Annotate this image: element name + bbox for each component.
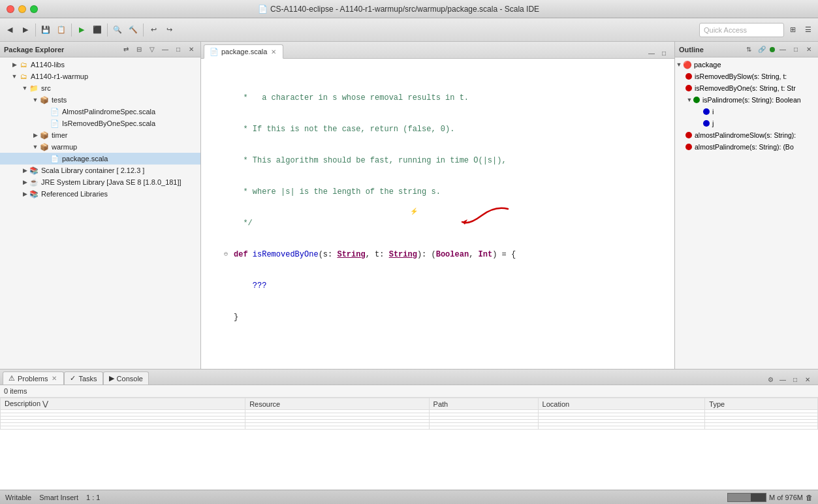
outline-minimize-btn[interactable]: —	[778, 44, 788, 55]
package-explorer-title: Package Explorer	[4, 46, 118, 54]
tab-icon: 📄	[210, 48, 219, 56]
bottom-close-btn[interactable]: ✕	[802, 374, 813, 385]
toolbar-open-btn[interactable]: ▶	[18, 22, 33, 38]
tree-item-warmup[interactable]: ▼ 📦 warmup	[0, 141, 200, 153]
var-dot	[703, 120, 710, 127]
bottom-minimize-btn[interactable]: —	[778, 374, 788, 385]
tab-tasks[interactable]: ✓ Tasks	[64, 371, 102, 385]
col-description[interactable]: Description ⋁	[1, 398, 245, 410]
editor-content[interactable]: * a character in s whose removal results…	[201, 59, 674, 369]
arrow-icon: ▶	[21, 179, 29, 185]
arrow-icon: ▼	[21, 85, 29, 91]
tab-console[interactable]: ▶ Console	[103, 371, 149, 385]
arrow-icon: ▼	[31, 144, 39, 150]
problems-table: Description ⋁ Resource Path Location Typ…	[0, 398, 818, 430]
outline-item-j[interactable]: j	[675, 118, 818, 129]
tree-item-scala-lib[interactable]: ▶ 📚 Scala Library container [ 2.12.3 ]	[0, 165, 200, 176]
editor-maximize-btn[interactable]: □	[659, 48, 669, 58]
maximize-button[interactable]	[30, 5, 38, 13]
tab-close-btn[interactable]: ✕	[270, 48, 277, 55]
editor-minimize-btn[interactable]: —	[646, 48, 657, 58]
col-type[interactable]: Type	[705, 398, 818, 410]
toolbar-debug-btn[interactable]: ⬛	[90, 22, 104, 38]
close-button[interactable]	[7, 5, 14, 13]
outline-sort-btn[interactable]: ⇅	[744, 44, 754, 55]
outline-item-package[interactable]: ▼ 🔴 package	[675, 59, 818, 71]
tree-item-timer[interactable]: ▶ 📦 timer	[0, 129, 200, 141]
outline-link-btn[interactable]: 🔗	[757, 44, 767, 55]
table-row	[1, 426, 818, 430]
status-memory[interactable]: M of 976M 🗑	[727, 493, 813, 502]
tree-item-src[interactable]: ▼ 📁 src	[0, 82, 200, 94]
outline-panel: Outline ⇅ 🔗 — □ ✕ ▼ 🔴 package isRemovedB…	[674, 42, 818, 369]
bottom-toolbar-btn[interactable]: ⚙	[765, 374, 776, 385]
toolbar-save-all-btn[interactable]: 📋	[54, 22, 69, 38]
item-label: tests	[52, 96, 67, 104]
problems-count: 0 items	[0, 385, 818, 398]
problems-icon: ⚠	[8, 374, 15, 383]
outline-close-btn[interactable]: ✕	[804, 44, 814, 55]
outline-item-i[interactable]: i	[675, 106, 818, 118]
outline-item-almost[interactable]: almostPalindrome(s: String): (Bo	[675, 141, 818, 153]
lib-icon: 📚	[29, 165, 39, 176]
tree-item-tests[interactable]: ▼ 📦 tests	[0, 94, 200, 106]
toolbar-view-btn[interactable]: ☰	[801, 22, 815, 38]
toolbar-search-btn[interactable]: 🔍	[110, 22, 125, 38]
window-controls	[7, 5, 38, 13]
toolbar-redo-btn[interactable]: ↪	[162, 22, 176, 38]
toolbar-perspective-btn[interactable]: ⊞	[785, 22, 800, 38]
toolbar-undo-btn[interactable]: ↩	[146, 22, 161, 38]
bottom-maximize-btn[interactable]: □	[790, 374, 800, 385]
outline-item-isremovedby[interactable]: isRemovedByOne(s: String, t: Str	[675, 82, 818, 94]
outline-item-ispalindrome[interactable]: ▼ isPalindrome(s: String): Boolean	[675, 94, 818, 106]
bottom-content: Description ⋁ Resource Path Location Typ…	[0, 398, 818, 490]
tree-item-jre-lib[interactable]: ▶ ☕ JRE System Library [Java SE 8 [1.8.0…	[0, 176, 200, 188]
item-label: package.scala	[62, 155, 108, 163]
method-dot	[685, 132, 692, 138]
quick-access-box[interactable]: Quick Access	[699, 23, 784, 37]
tree-item-package-scala[interactable]: 📄 package.scala	[0, 153, 200, 165]
arrow-icon: ▶	[21, 167, 29, 174]
toolbar: ◀ ▶ 💾 📋 ▶ ⬛ 🔍 🔨 ↩ ↪ Quick Access ⊞ ☰	[0, 18, 818, 42]
tree-item-a1140-libs[interactable]: ▶ 🗂 A1140-libs	[0, 59, 200, 71]
code-line: * If this is not the case, return (false…	[201, 124, 674, 134]
package-explorer-maximize-btn[interactable]: □	[173, 44, 183, 55]
col-path[interactable]: Path	[429, 398, 538, 410]
tree-item-is-removed-spec[interactable]: 📄 IsRemovedByOneSpec.scala	[0, 118, 200, 129]
tree-item-ref-libs[interactable]: ▶ 📚 Referenced Libraries	[0, 188, 200, 200]
toolbar-new-btn[interactable]: ◀	[3, 22, 17, 38]
package-explorer-collapse-btn[interactable]: ⊟	[134, 44, 144, 55]
outline-maximize-btn[interactable]: □	[791, 44, 801, 55]
code-area: * a character in s whose removal results…	[201, 59, 674, 369]
outline-item-isremovedbyslow[interactable]: isRemovedBySlow(s: String, t:	[675, 71, 818, 82]
fold-icon[interactable]: ⊖	[221, 249, 231, 260]
tab-label: Problems	[18, 375, 48, 383]
minimize-button[interactable]	[18, 5, 26, 13]
package-explorer-menu-btn[interactable]: ▽	[147, 44, 157, 55]
method-dot	[693, 97, 700, 103]
jre-icon: ☕	[29, 177, 39, 187]
toolbar-run-btn[interactable]: ▶	[74, 22, 89, 38]
toolbar-build-btn[interactable]: 🔨	[126, 22, 140, 38]
item-label: timer	[52, 131, 67, 139]
tab-label: package.scala	[221, 48, 267, 55]
tree-item-a1140-r1-warmup[interactable]: ▼ 🗂 A1140-r1-warmup	[0, 71, 200, 82]
gc-icon[interactable]: 🗑	[806, 494, 813, 501]
tab-problems[interactable]: ⚠ Problems ✕	[3, 371, 64, 385]
package-explorer-close-btn[interactable]: ✕	[186, 44, 197, 55]
main-layout: Package Explorer ⇄ ⊟ ▽ — □ ✕ ▶ 🗂 A1140-l…	[0, 42, 818, 369]
package-explorer-sync-btn[interactable]: ⇄	[121, 44, 131, 55]
folder-icon: 📦	[39, 95, 50, 105]
tree-item-almost-palindrome-spec[interactable]: 📄 AlmostPalindromeSpec.scala	[0, 106, 200, 118]
editor-tab-package-scala[interactable]: 📄 package.scala ✕	[204, 44, 283, 59]
package-explorer-minimize-btn[interactable]: —	[160, 44, 170, 55]
outline-title: Outline	[679, 46, 741, 54]
col-resource[interactable]: Resource	[245, 398, 429, 410]
outline-item-almost-slow[interactable]: almostPalindromeSlow(s: String):	[675, 129, 818, 141]
col-location[interactable]: Location	[538, 398, 705, 410]
package-icon: 🔴	[683, 61, 692, 69]
toolbar-save-btn[interactable]: 💾	[39, 22, 53, 38]
tab-close-problems[interactable]: ✕	[50, 375, 58, 383]
code-line: * a character in s whose removal results…	[201, 93, 674, 103]
toolbar-sep-3	[107, 24, 108, 37]
